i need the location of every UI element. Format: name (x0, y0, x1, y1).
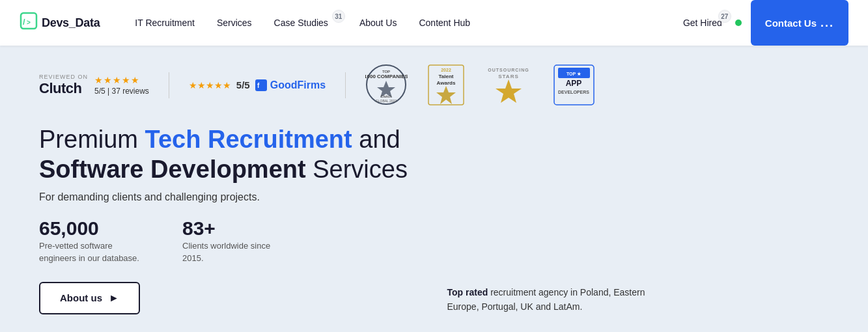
nav-item-about-us[interactable]: About Us (350, 12, 406, 33)
hero-subtitle: For demanding clients and challenging pr… (39, 191, 421, 203)
logo-text: Devs_Data (42, 16, 100, 30)
clutch-badge: REVIEWED ON Clutch ★★★★★ 5/5 | 37 review… (39, 74, 149, 97)
stat-engineers-desc: Pre-vetted software engineers in our dat… (39, 240, 143, 265)
hero-section: Premium Tech Recruitment and Software De… (39, 124, 829, 314)
stat-clients-desc: Clients worldwide since 2015. (182, 240, 287, 265)
stat-clients-number: 83+ (182, 217, 287, 240)
hero-title-highlight: Tech Recruitment (145, 126, 352, 153)
svg-text:Talent: Talent (439, 74, 454, 79)
logo[interactable]: / > Devs_Data (20, 12, 100, 34)
svg-text:1000 COMPANIES: 1000 COMPANIES (365, 74, 408, 79)
svg-text:Awards: Awards (437, 80, 456, 86)
hero-title-bold: Software Development (39, 156, 306, 183)
logo-icon: / > (20, 12, 38, 34)
svg-text:/: / (23, 17, 25, 27)
clutch-award-badge: TOP 1000 COMPANIES Clutch GLOBAL 2022 (365, 64, 408, 106)
hero-title: Premium Tech Recruitment and Software De… (39, 124, 421, 185)
clutch-name: Clutch (39, 80, 81, 97)
app-developers-badge: TOP ★ APP DEVELOPERS (553, 64, 595, 106)
hero-right: Top rated recruitment agency in Poland, … (447, 124, 830, 314)
stat-engineers-number: 65,000 (39, 217, 143, 240)
nav-item-case-studies[interactable]: Case Studies 31 (265, 12, 346, 33)
badge-divider-2 (345, 72, 346, 98)
clutch-logo: REVIEWED ON Clutch (39, 74, 88, 97)
stat-engineers: 65,000 Pre-vetted software engineers in … (39, 217, 143, 265)
svg-text:Clutch: Clutch (380, 94, 392, 98)
about-arrow-icon: ► (109, 292, 119, 304)
svg-text:GLOBAL 2022: GLOBAL 2022 (376, 99, 397, 103)
stat-clients: 83+ Clients worldwide since 2015. (182, 217, 287, 265)
talent-award-badge: 2022 Talent Awards (427, 64, 465, 106)
get-hired-badge: 27 (718, 10, 731, 23)
contact-button[interactable]: Contact Us ... (751, 0, 848, 46)
main-content: REVIEWED ON Clutch ★★★★★ 5/5 | 37 review… (0, 46, 868, 332)
goodfirms-badge: ★★★★★ 5/5 f GoodFirms (189, 79, 326, 91)
svg-text:2022: 2022 (441, 68, 451, 72)
svg-marker-18 (496, 79, 522, 103)
svg-text:OUTSOURCING: OUTSOURCING (488, 68, 529, 72)
outsourcing-award-badge: OUTSOURCING STARS (484, 64, 533, 106)
nav-item-services[interactable]: Services (208, 12, 261, 33)
svg-text:STARS: STARS (498, 74, 519, 79)
case-studies-badge: 31 (332, 10, 345, 23)
svg-text:>: > (27, 19, 31, 26)
badges-row: REVIEWED ON Clutch ★★★★★ 5/5 | 37 review… (39, 64, 829, 106)
get-hired-link[interactable]: Get Hired 27 (679, 12, 726, 33)
about-us-button[interactable]: About us ► (39, 282, 140, 314)
navbar: / > Devs_Data IT Recruitment Services Ca… (0, 0, 868, 46)
badge-divider (169, 72, 169, 98)
svg-text:DEVELOPERS: DEVELOPERS (558, 90, 589, 94)
nav-item-it-recruitment[interactable]: IT Recruitment (126, 12, 204, 33)
goodfirms-logo: f GoodFirms (255, 79, 326, 91)
online-indicator (735, 20, 742, 26)
clutch-reviewed-label: REVIEWED ON (39, 74, 88, 80)
goodfirms-score: 5/5 (236, 79, 250, 90)
clutch-stars: ★★★★★ (94, 75, 149, 85)
stats-row: 65,000 Pre-vetted software engineers in … (39, 217, 421, 265)
svg-text:TOP ★: TOP ★ (567, 72, 581, 76)
goodfirms-stars: ★★★★★ (189, 80, 231, 90)
nav-links: IT Recruitment Services Case Studies 31 … (126, 12, 679, 33)
hero-left: Premium Tech Recruitment and Software De… (39, 124, 421, 314)
clutch-stars-block: ★★★★★ 5/5 | 37 reviews (94, 75, 149, 96)
svg-marker-15 (436, 86, 456, 104)
top-rated-text: Top rated recruitment agency in Poland, … (447, 285, 656, 314)
nav-right: Get Hired 27 Contact Us ... (679, 0, 848, 46)
nav-item-content-hub[interactable]: Content Hub (410, 12, 479, 33)
clutch-score: 5/5 | 37 reviews (94, 87, 149, 96)
svg-text:APP: APP (566, 79, 582, 88)
